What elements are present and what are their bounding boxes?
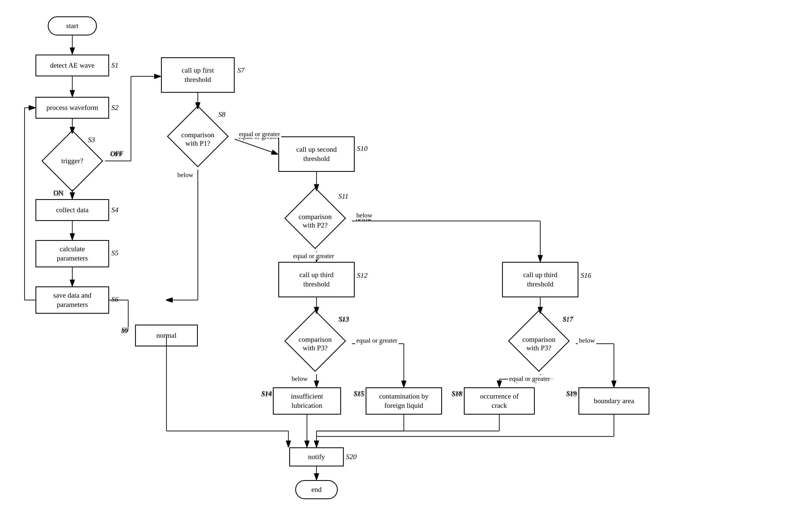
s19-shape: boundary area <box>578 387 649 415</box>
end-label: end <box>311 485 322 494</box>
svg-line-16 <box>235 139 277 154</box>
s17-label: comparisonwith P3? <box>521 335 557 352</box>
s15-label: contamination by foreign liquid <box>379 392 428 410</box>
s4-label: collect data <box>56 205 88 215</box>
s8-step: S8 <box>218 110 225 119</box>
below-s8: below <box>176 171 194 179</box>
s11-label: comparisonwith P2? <box>298 213 333 229</box>
off-label-text: OFF <box>110 150 124 158</box>
s6-label: save data and parameters <box>53 291 91 309</box>
eq-gr-s13: equal or greater <box>355 337 399 344</box>
s16-label: call up third threshold <box>523 270 557 289</box>
on-label-text: ON <box>54 189 64 198</box>
s14-shape: insufficient lubrication <box>273 387 341 415</box>
end-shape: end <box>295 480 338 499</box>
s1-label: detect AE wave <box>50 61 94 70</box>
start-shape: start <box>48 16 97 35</box>
s4-step: S4 <box>111 206 118 214</box>
s6-step: S6 <box>111 296 118 304</box>
s13-label: comparisonwith P3? <box>298 335 333 352</box>
s12-step: S12 <box>357 271 368 279</box>
s20-label: notify <box>308 452 325 461</box>
s12-shape: call up third threshold <box>278 262 355 297</box>
s20-shape: notify <box>289 447 344 467</box>
flowchart-arrows <box>0 0 812 506</box>
s19-label: boundary area <box>594 396 634 406</box>
s15-shape: contamination by foreign liquid <box>366 387 442 415</box>
below-s11: below <box>355 212 374 219</box>
s9-shape: normal <box>135 325 198 346</box>
start-label: start <box>66 21 79 30</box>
s3-label: trigger? <box>55 157 90 165</box>
s15-step-label: S15 <box>353 390 363 397</box>
s3-shape: trigger? <box>39 134 105 188</box>
eq-gr-s11: equal or greater <box>292 252 335 260</box>
s5-shape: calculate parameters <box>35 240 109 267</box>
s17-step-label: S17 <box>563 316 573 323</box>
s7-step: S7 <box>237 66 244 75</box>
s7-label: call up first threshold <box>182 66 214 84</box>
below-s13: below <box>291 375 309 383</box>
s1-shape: detect AE wave <box>35 55 109 76</box>
s16-shape: call up third threshold <box>502 262 578 297</box>
s16-step: S16 <box>581 271 591 279</box>
s10-label: call up second threshold <box>296 145 337 163</box>
s4-shape: collect data <box>35 199 109 221</box>
s5-label: calculate parameters <box>57 244 88 263</box>
s1-step: S1 <box>111 61 118 70</box>
s14-step-label: S14 <box>261 390 271 397</box>
s20-step: S20 <box>346 453 356 461</box>
eq-gr-s17: equal or greater <box>508 375 551 383</box>
s9-step-label: S9 <box>121 327 128 335</box>
s18-label: occurrence of crack <box>480 392 519 410</box>
s7-shape: call up first threshold <box>161 57 235 93</box>
s12-label: call up third threshold <box>299 270 334 289</box>
s2-shape: process waveform <box>35 97 109 119</box>
s10-shape: call up second threshold <box>278 137 355 172</box>
s9-label: normal <box>156 331 176 340</box>
eq-gr-s8: equal or greater <box>238 131 281 138</box>
s2-step: S2 <box>111 104 118 112</box>
below-s17: below <box>578 337 596 344</box>
s18-step-label: S18 <box>452 390 461 397</box>
s2-label: process waveform <box>47 103 98 112</box>
s19-step-label: S19 <box>566 390 576 397</box>
s6-shape: save data and parameters <box>35 286 109 314</box>
s11-step: S11 <box>338 192 348 200</box>
s5-step: S5 <box>111 249 118 257</box>
s18-shape: occurrence of crack <box>464 387 535 415</box>
s8-label: comparisonwith P1? <box>180 131 216 148</box>
s13-step-label: S13 <box>339 316 349 323</box>
s10-step: S10 <box>357 145 368 153</box>
s3-step: S3 <box>88 136 95 144</box>
s14-label: insufficient lubrication <box>291 392 323 410</box>
